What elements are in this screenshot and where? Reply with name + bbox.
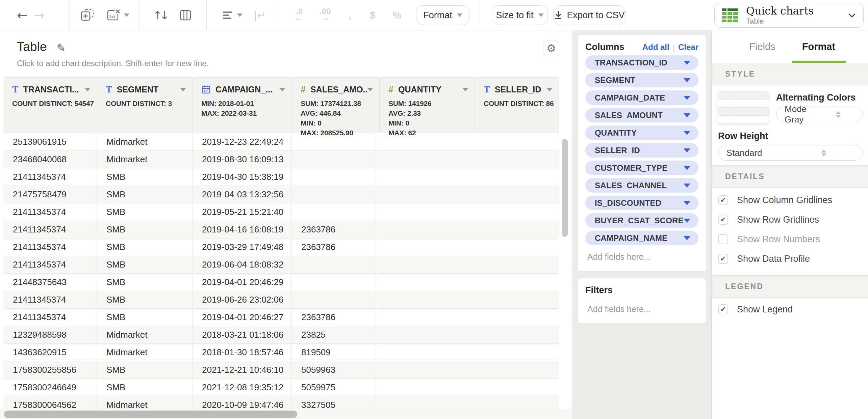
column-layout-button[interactable] xyxy=(176,0,195,30)
checkbox-show-row-gridlines[interactable]: ✔ xyxy=(718,215,728,225)
table-cell: 2019-03-29 17:49:48 xyxy=(193,239,292,256)
column-menu-caret-icon[interactable] xyxy=(367,88,373,91)
column-pill-customer-type[interactable]: CUSTOMER_TYPE xyxy=(585,161,698,175)
pill-menu-caret-icon[interactable] xyxy=(684,201,690,205)
column-pill-quantity[interactable]: QUANTITY xyxy=(585,125,698,140)
duplicate-chart-button[interactable] xyxy=(78,0,97,30)
filters-add-fields-placeholder[interactable]: Add fields here... xyxy=(585,296,698,314)
column-pill-campaign-name[interactable]: CAMPAIGN_NAME xyxy=(585,231,698,245)
column-menu-caret-icon[interactable] xyxy=(462,88,468,91)
checkbox-show-row-numbers[interactable] xyxy=(718,234,728,244)
decrease-decimal-icon: .0 ← xyxy=(296,8,303,23)
column-stat: MAX: 208525.90 xyxy=(301,128,373,138)
tab-fields[interactable]: Fields xyxy=(742,30,783,63)
column-stat: COUNT DISTINCT: 54547 xyxy=(12,99,91,108)
table-row: 1758300246649SMB2021-12-08 19:35:124.265… xyxy=(3,379,559,396)
column-pill-buyer-csat-score[interactable]: BUYER_CSAT_SCORE xyxy=(585,213,698,228)
checkbox-show-legend[interactable]: ✔ xyxy=(718,304,728,314)
pill-menu-caret-icon[interactable] xyxy=(684,236,690,240)
column-pill-sales-amount[interactable]: SALES_AMOUNT xyxy=(585,108,698,122)
column-pill-campaign-date[interactable]: CAMPAIGN_DATE xyxy=(585,90,698,105)
column-header-campaign[interactable]: CAMPAIGN_...MIN: 2018-01-01MAX: 2022-03-… xyxy=(193,78,292,133)
row-height-select[interactable]: Standard xyxy=(718,145,863,161)
pill-menu-caret-icon[interactable] xyxy=(684,184,690,188)
pill-menu-caret-icon[interactable] xyxy=(684,113,690,117)
column-stat: MAX: 62 xyxy=(388,128,468,138)
increase-decimal-button[interactable]: .00 → xyxy=(313,0,337,30)
pill-menu-caret-icon[interactable] xyxy=(684,219,690,223)
pill-menu-caret-icon[interactable] xyxy=(684,78,690,82)
column-pill-is-discounted[interactable]: IS_DISCOUNTED xyxy=(585,196,698,210)
format-button[interactable]: Format xyxy=(416,5,469,25)
table-cell xyxy=(292,274,376,291)
checkbox-show-column-gridlines[interactable]: ✔ xyxy=(718,195,728,205)
export-csv-button[interactable]: Export to CSV xyxy=(553,5,626,25)
table-row: 21411345374SMB2019-04-01 20:46:271.93236… xyxy=(3,309,559,326)
column-header-transacti[interactable]: TTRANSACTI...COUNT DISTINCT: 54547 xyxy=(3,78,97,133)
alternating-colors-select[interactable]: Mode Gray xyxy=(776,107,863,122)
tab-format[interactable]: Format xyxy=(796,30,841,63)
column-header-sales-amo[interactable]: #SALES_AMO...SUM: 17374121.38AVG: 446.84… xyxy=(292,78,380,133)
column-menu-caret-icon[interactable] xyxy=(84,88,91,91)
table-cell: 21411345374 xyxy=(3,309,97,326)
column-header-segment[interactable]: TSEGMENTCOUNT DISTINCT: 3 xyxy=(97,78,193,133)
column-stat: COUNT DISTINCT: 3 xyxy=(106,99,186,108)
table-cell: 2021-12-08 19:35:12 xyxy=(193,379,292,396)
pill-label: SALES_AMOUNT xyxy=(595,111,684,120)
decrease-decimal-button[interactable]: .0 ← xyxy=(289,0,309,30)
toolbar-divider xyxy=(480,0,480,30)
export-csv-label: Export to CSV xyxy=(567,10,624,21)
pill-menu-caret-icon[interactable] xyxy=(684,96,690,100)
size-to-fit-button[interactable]: Size to fit xyxy=(492,5,548,25)
percent-icon: % xyxy=(392,9,402,21)
pill-menu-caret-icon[interactable] xyxy=(684,166,690,170)
column-pill-seller-id[interactable]: SELLER_ID xyxy=(585,143,698,158)
column-menu-caret-icon[interactable] xyxy=(546,88,553,91)
column-stat: MAX: 2022-03-31 xyxy=(201,108,285,118)
horizontal-scrollbar-thumb[interactable] xyxy=(4,411,297,418)
edit-title-pencil-icon[interactable]: ✎ xyxy=(57,42,66,54)
clear-link[interactable]: Clear xyxy=(678,43,698,52)
pill-menu-caret-icon[interactable] xyxy=(684,148,690,152)
wrap-text-button[interactable]: |↵ xyxy=(250,0,270,30)
column-menu-caret-icon[interactable] xyxy=(279,88,285,91)
back-arrow-icon: ← xyxy=(17,8,28,23)
chart-switcher-subtitle: Table xyxy=(746,17,849,26)
align-button[interactable] xyxy=(219,0,246,30)
chart-type-switcher[interactable]: Quick charts Table xyxy=(714,3,864,28)
chart-canvas: Table ✎ Click to add chart description. … xyxy=(0,30,572,419)
pill-menu-caret-icon[interactable] xyxy=(684,61,690,65)
add-all-link[interactable]: Add all xyxy=(642,43,669,52)
chart-settings-button[interactable]: ⚙ xyxy=(543,40,559,56)
chart-title[interactable]: Table xyxy=(17,40,47,54)
checkbox-show-data-profile[interactable]: ✔ xyxy=(718,254,728,264)
format-caret-icon xyxy=(457,13,462,17)
column-name: CAMPAIGN_... xyxy=(215,85,279,94)
align-caret-icon xyxy=(237,13,242,17)
sort-button[interactable]: ↑↓ xyxy=(151,0,171,30)
comma-icon: , xyxy=(349,9,352,21)
column-menu-caret-icon[interactable] xyxy=(180,88,186,91)
column-pill-sales-channel[interactable]: SALES_CHANNEL xyxy=(585,178,698,193)
calendar-type-icon xyxy=(201,85,211,94)
column-pill-segment[interactable]: SEGMENT xyxy=(585,73,698,87)
forward-button[interactable]: → xyxy=(31,0,47,30)
comma-format-button[interactable]: , xyxy=(342,0,359,30)
column-header-seller-id[interactable]: TSELLER_IDCOUNT DISTINCT: 86 xyxy=(475,78,559,133)
column-header-quantity[interactable]: #QUANTITYSUM: 141926AVG: 2.33MIN: 0MAX: … xyxy=(380,78,475,133)
columns-add-fields-placeholder[interactable]: Add fields here... xyxy=(585,245,698,262)
currency-format-button[interactable]: $ xyxy=(364,0,381,30)
checkbox-label: Show Row Gridlines xyxy=(737,215,819,225)
pill-label: SEGMENT xyxy=(595,76,684,85)
column-pill-transaction-id[interactable]: TRANSACTION_ID xyxy=(585,55,698,70)
increase-decimal-icon: .00 → xyxy=(320,8,331,23)
table-cell: 21411345374 xyxy=(3,221,97,238)
back-button[interactable]: ← xyxy=(14,0,30,30)
delete-chart-button[interactable] xyxy=(103,0,132,30)
table-cell xyxy=(292,186,376,203)
vertical-scrollbar[interactable] xyxy=(562,139,568,237)
percent-format-button[interactable]: % xyxy=(388,0,405,30)
chart-description-placeholder[interactable]: Click to add chart description. Shift-en… xyxy=(17,59,209,68)
pill-menu-caret-icon[interactable] xyxy=(684,131,690,135)
row-height-value: Standard xyxy=(726,148,791,158)
